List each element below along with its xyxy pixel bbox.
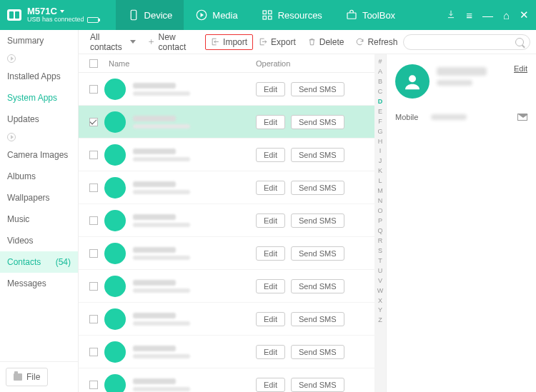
alpha-G[interactable]: G	[377, 127, 382, 137]
send-sms-button[interactable]: Send SMS	[291, 181, 344, 195]
alpha-N[interactable]: N	[378, 196, 383, 206]
send-sms-button[interactable]: Send SMS	[291, 246, 344, 261]
menu-icon[interactable]: ≡	[466, 9, 472, 21]
alpha-Y[interactable]: Y	[378, 306, 382, 316]
row-checkbox[interactable]	[89, 282, 98, 291]
sidebar-item-installed-apps[interactable]: Installed Apps	[0, 66, 78, 87]
table-row[interactable]: EditSend SMS	[79, 73, 374, 106]
alpha-W[interactable]: W	[377, 286, 384, 296]
edit-button[interactable]: Edit	[256, 378, 285, 392]
sidebar-item-system-apps[interactable]: System Apps	[0, 87, 78, 109]
search-field[interactable]	[403, 34, 530, 50]
send-sms-button[interactable]: Send SMS	[291, 82, 344, 96]
alpha-C[interactable]: C	[378, 87, 383, 97]
table-row[interactable]: EditSend SMS	[79, 139, 374, 171]
table-row[interactable]: EditSend SMS	[79, 270, 374, 303]
sidebar-item-music[interactable]: Music	[0, 208, 78, 230]
mail-icon[interactable]	[517, 114, 527, 121]
refresh-button[interactable]: Refresh	[349, 34, 403, 50]
delete-button[interactable]: Delete	[302, 34, 350, 50]
edit-button[interactable]: Edit	[256, 279, 285, 293]
play-circle-icon[interactable]	[7, 54, 16, 63]
row-checkbox[interactable]	[89, 151, 98, 159]
alpha-U[interactable]: U	[378, 266, 383, 276]
send-sms-button[interactable]: Send SMS	[291, 378, 344, 392]
sidebar-item-videos[interactable]: Videos	[0, 230, 78, 251]
sidebar-item-camera-images[interactable]: Camera Images	[0, 144, 78, 166]
sidebar-item-albums[interactable]: Albums	[0, 166, 78, 187]
alpha-E[interactable]: E	[378, 107, 382, 117]
send-sms-button[interactable]: Send SMS	[291, 213, 344, 228]
sidebar-item-summary[interactable]: Summary	[0, 30, 78, 51]
edit-button[interactable]: Edit	[256, 213, 285, 228]
alpha-O[interactable]: O	[377, 206, 382, 216]
send-sms-button[interactable]: Send SMS	[291, 115, 344, 129]
alpha-F[interactable]: F	[378, 117, 382, 127]
alpha-M[interactable]: M	[377, 186, 383, 196]
close-icon[interactable]: ✕	[520, 9, 529, 21]
row-checkbox[interactable]	[89, 85, 98, 94]
alpha-#[interactable]: #	[378, 57, 382, 67]
alpha-X[interactable]: X	[378, 296, 382, 306]
edit-contact-link[interactable]: Edit	[514, 64, 527, 73]
minimize-icon[interactable]: —	[482, 9, 493, 21]
alpha-Q[interactable]: Q	[377, 226, 382, 236]
send-sms-button[interactable]: Send SMS	[291, 312, 344, 326]
new-contact-button[interactable]: New contact	[142, 29, 205, 55]
play-circle-icon[interactable]	[7, 133, 16, 141]
export-button[interactable]: Export	[253, 34, 302, 50]
alpha-L[interactable]: L	[378, 176, 382, 186]
alpha-A[interactable]: A	[378, 67, 382, 77]
sidebar-item-contacts[interactable]: Contacts(54)	[0, 251, 78, 273]
row-checkbox[interactable]	[89, 315, 98, 323]
alpha-V[interactable]: V	[378, 276, 382, 286]
table-row[interactable]: EditSend SMS	[79, 336, 374, 368]
row-checkbox[interactable]	[89, 381, 98, 389]
edit-button[interactable]: Edit	[256, 82, 285, 96]
nav-toolbox[interactable]: ToolBox	[334, 0, 407, 30]
table-row[interactable]: EditSend SMS	[79, 204, 374, 237]
alpha-R[interactable]: R	[378, 236, 383, 246]
edit-button[interactable]: Edit	[256, 115, 285, 129]
edit-button[interactable]: Edit	[256, 345, 285, 359]
alpha-P[interactable]: P	[378, 216, 382, 226]
download-icon[interactable]	[446, 9, 456, 21]
send-sms-button[interactable]: Send SMS	[291, 345, 344, 359]
sidebar-item-wallpapers[interactable]: Wallpapers	[0, 187, 78, 208]
sidebar-item-messages[interactable]: Messages	[0, 273, 78, 294]
alpha-H[interactable]: H	[378, 137, 383, 147]
all-contacts-dropdown[interactable]: All contacts	[84, 29, 142, 55]
table-row[interactable]: EditSend SMS	[79, 106, 374, 139]
alpha-T[interactable]: T	[378, 256, 382, 266]
alpha-Z[interactable]: Z	[378, 316, 382, 326]
row-checkbox[interactable]	[89, 184, 98, 192]
alpha-J[interactable]: J	[379, 156, 382, 166]
nav-resources[interactable]: Resources	[249, 0, 334, 30]
edit-button[interactable]: Edit	[256, 312, 285, 326]
alpha-D[interactable]: D	[378, 97, 383, 107]
table-row[interactable]: EditSend SMS	[79, 368, 374, 392]
row-checkbox[interactable]	[89, 348, 98, 356]
send-sms-button[interactable]: Send SMS	[291, 279, 344, 293]
table-row[interactable]: EditSend SMS	[79, 237, 374, 270]
search-input[interactable]	[410, 38, 515, 46]
alpha-K[interactable]: K	[378, 166, 382, 176]
select-all-checkbox[interactable]	[89, 59, 98, 68]
home-icon[interactable]: ⌂	[503, 9, 510, 21]
send-sms-button[interactable]: Send SMS	[291, 148, 344, 162]
row-checkbox[interactable]	[89, 249, 98, 258]
file-button[interactable]: File	[6, 368, 48, 386]
table-row[interactable]: EditSend SMS	[79, 303, 374, 336]
edit-button[interactable]: Edit	[256, 148, 285, 162]
alpha-S[interactable]: S	[378, 246, 382, 256]
edit-button[interactable]: Edit	[256, 181, 285, 195]
edit-button[interactable]: Edit	[256, 246, 285, 261]
nav-device[interactable]: Device	[116, 0, 184, 30]
alpha-I[interactable]: I	[379, 146, 382, 156]
alpha-B[interactable]: B	[378, 77, 382, 87]
device-indicator[interactable]: M571C USB has connected	[27, 6, 99, 24]
row-checkbox[interactable]	[89, 118, 98, 126]
nav-media[interactable]: Media	[184, 0, 249, 30]
row-checkbox[interactable]	[89, 216, 98, 225]
import-button[interactable]: Import	[205, 34, 253, 50]
